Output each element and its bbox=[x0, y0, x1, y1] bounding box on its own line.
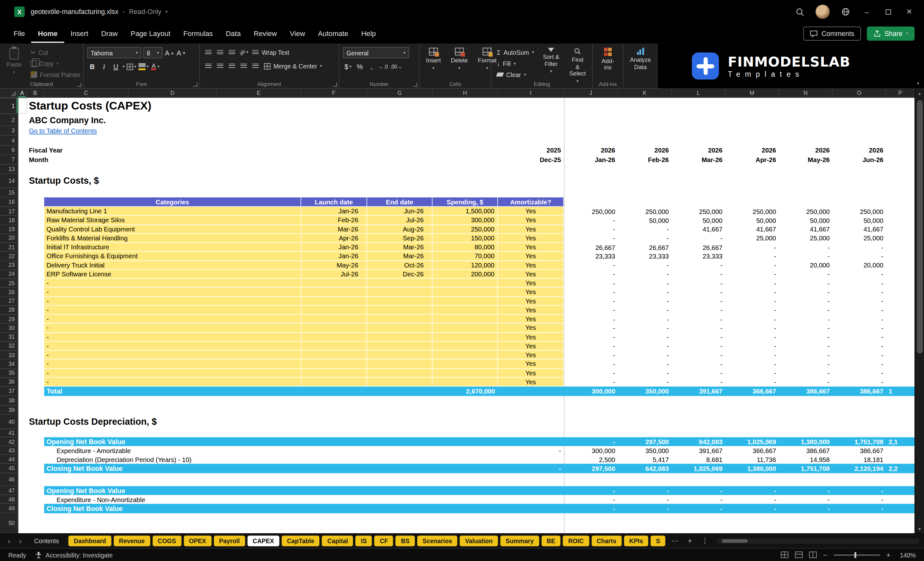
sheet-tab-capital[interactable]: Capital bbox=[322, 536, 353, 546]
capex-month-value[interactable]: - bbox=[779, 306, 832, 315]
capex-month-value[interactable]: - bbox=[672, 297, 725, 306]
fiscal-year-label[interactable]: Fiscal Year bbox=[26, 146, 215, 155]
capex-month-value[interactable]: - bbox=[618, 360, 672, 368]
capex-amortizable[interactable]: Yes bbox=[498, 270, 564, 279]
page-break-view-icon[interactable] bbox=[809, 552, 817, 558]
capex-launch-date[interactable] bbox=[301, 306, 367, 315]
capex-spending[interactable] bbox=[432, 297, 498, 306]
fiscal-year-value[interactable]: 2026 bbox=[564, 146, 618, 155]
decrease-decimal-button[interactable]: .00→ bbox=[390, 61, 402, 72]
capex-month-value[interactable]: - bbox=[564, 261, 618, 270]
section-title-depreciation[interactable]: Startup Costs Depreciation, $ bbox=[26, 415, 392, 429]
decrease-indent-button[interactable] bbox=[239, 61, 249, 71]
capex-month-value[interactable]: - bbox=[832, 324, 886, 333]
table-header-spending[interactable]: Spending, $ bbox=[432, 197, 498, 207]
capex-end-date[interactable] bbox=[367, 333, 432, 342]
capex-launch-date[interactable] bbox=[301, 333, 367, 342]
align-middle-button[interactable] bbox=[215, 47, 225, 58]
menu-formulas[interactable]: Formulas bbox=[177, 24, 219, 43]
capex-amortizable[interactable]: Yes bbox=[498, 315, 564, 324]
capex-month-value[interactable]: - bbox=[618, 342, 672, 351]
tabs-scroll-right-icon[interactable]: › bbox=[16, 537, 25, 545]
capex-category[interactable]: - bbox=[44, 333, 301, 342]
capex-month-value[interactable]: 250,000 bbox=[672, 207, 725, 216]
month-value[interactable]: Feb-26 bbox=[618, 155, 672, 165]
capex-category[interactable]: - bbox=[44, 369, 301, 378]
menu-home[interactable]: Home bbox=[32, 24, 64, 43]
accessibility-status[interactable]: Accessibility: Investigate bbox=[36, 551, 113, 558]
capex-category[interactable]: - bbox=[44, 342, 301, 351]
capex-end-date[interactable] bbox=[367, 369, 432, 378]
sheet-tab-charts[interactable]: Charts bbox=[591, 536, 621, 546]
capex-month-value[interactable]: 41,667 bbox=[779, 225, 832, 234]
capex-month-value[interactable]: - bbox=[725, 324, 779, 333]
sheet-tab-s[interactable]: S bbox=[651, 536, 666, 546]
total-month-value[interactable]: 386,667 bbox=[779, 387, 832, 396]
capex-launch-date[interactable] bbox=[301, 315, 367, 324]
orientation-button[interactable]: ab▾ bbox=[239, 47, 249, 58]
capex-month-value[interactable]: - bbox=[725, 297, 779, 306]
capex-month-value[interactable]: - bbox=[618, 378, 672, 387]
column-header-K[interactable]: K bbox=[618, 88, 672, 98]
zoom-slider-thumb[interactable] bbox=[855, 552, 856, 558]
toc-link[interactable]: Go to Table of Contents bbox=[26, 126, 274, 136]
menu-view[interactable]: View bbox=[284, 24, 311, 43]
capex-month-value[interactable]: - bbox=[725, 315, 779, 324]
capex-spending[interactable]: 300,000 bbox=[432, 216, 498, 225]
capex-end-date[interactable] bbox=[367, 315, 432, 324]
sheet-tab-kpis[interactable]: KPIs bbox=[624, 536, 649, 546]
capex-spending[interactable] bbox=[432, 288, 498, 297]
capex-spending[interactable] bbox=[432, 324, 498, 333]
capex-end-date[interactable] bbox=[367, 378, 432, 387]
total-clipped-value[interactable]: 1 bbox=[886, 387, 915, 396]
capex-amortizable[interactable]: Yes bbox=[498, 369, 564, 378]
capex-amortizable[interactable]: Yes bbox=[498, 225, 564, 234]
zoom-slider[interactable] bbox=[834, 554, 880, 556]
capex-spending[interactable]: 200,000 bbox=[432, 270, 498, 279]
capex-month-value[interactable]: 26,667 bbox=[672, 243, 725, 252]
fiscal-year-value[interactable]: 2026 bbox=[618, 146, 672, 155]
font-size-select[interactable]: 8▾ bbox=[143, 47, 163, 58]
capex-month-value[interactable]: - bbox=[564, 270, 618, 279]
dep-month-value[interactable]: 386,667 bbox=[832, 446, 886, 455]
capex-month-value[interactable]: - bbox=[779, 252, 832, 261]
section-title-costs[interactable]: Startup Costs, $ bbox=[26, 174, 333, 188]
horizontal-scrollbar[interactable] bbox=[717, 538, 919, 544]
nonamort-month-value[interactable]: - bbox=[672, 486, 725, 495]
user-avatar[interactable] bbox=[815, 5, 830, 19]
capex-end-date[interactable] bbox=[367, 342, 432, 351]
dep-clipped-value[interactable]: 2,1 bbox=[886, 437, 915, 446]
increase-decimal-button[interactable]: ←.0 bbox=[378, 61, 388, 72]
capex-month-value[interactable]: - bbox=[564, 216, 618, 225]
capex-month-value[interactable]: - bbox=[618, 333, 672, 342]
column-header-I[interactable]: I bbox=[498, 88, 564, 98]
capex-month-value[interactable]: - bbox=[779, 360, 832, 368]
nonamort-month-value[interactable]: - bbox=[564, 486, 618, 495]
capex-end-date[interactable]: Oct-26 bbox=[367, 261, 432, 270]
increase-font-size-button[interactable]: A▲ bbox=[164, 48, 174, 58]
close-button[interactable]: × bbox=[900, 3, 918, 21]
nonamort-month-value[interactable]: - bbox=[672, 495, 725, 504]
capex-month-value[interactable]: 26,667 bbox=[564, 243, 618, 252]
dep-month-value[interactable]: 366,667 bbox=[725, 446, 779, 455]
capex-month-value[interactable]: - bbox=[672, 261, 725, 270]
column-header-E[interactable]: E bbox=[217, 88, 301, 98]
cut-button[interactable]: ✂Cut bbox=[28, 47, 82, 57]
nonamort-month-value[interactable]: - bbox=[618, 495, 672, 504]
excel-app-icon[interactable]: X bbox=[14, 6, 24, 17]
capex-month-value[interactable]: 23,333 bbox=[672, 252, 725, 261]
row-header-15[interactable]: 15 bbox=[0, 188, 18, 197]
capex-month-value[interactable]: - bbox=[832, 288, 886, 297]
capex-launch-date[interactable]: Jul-26 bbox=[301, 270, 367, 279]
capex-end-date[interactable]: Jun-26 bbox=[367, 207, 432, 216]
row-header-46[interactable]: 46 bbox=[0, 473, 18, 486]
row-header-50[interactable]: 50 bbox=[0, 513, 18, 533]
capex-launch-date[interactable]: Apr-26 bbox=[301, 234, 367, 243]
capex-month-value[interactable]: - bbox=[725, 351, 779, 360]
zoom-in-button[interactable]: + bbox=[886, 551, 891, 559]
menu-review[interactable]: Review bbox=[247, 24, 284, 43]
capex-month-value[interactable]: 41,667 bbox=[672, 225, 725, 234]
capex-category[interactable]: Delivery Truck Initial bbox=[44, 261, 301, 270]
month-value[interactable]: Jan-26 bbox=[564, 155, 618, 165]
capex-end-date[interactable]: Aug-26 bbox=[367, 225, 432, 234]
